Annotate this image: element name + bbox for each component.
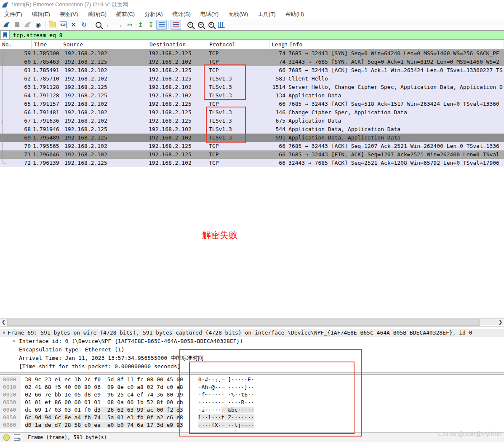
packet-list-hscrollbar[interactable]: ❮ ❯ <box>0 318 504 325</box>
hex-ascii: ·Ah·@··· ·····}·· <box>198 383 254 391</box>
packet-row-63[interactable]: 631.791128192.168.2.125192.168.2.102TLSv… <box>0 83 504 91</box>
packet-row-68[interactable]: 681.791946192.168.2.125192.168.2.102TLSv… <box>0 125 504 134</box>
menu-item-9[interactable]: 无线(W) <box>224 9 253 19</box>
go-first-icon[interactable]: ↥ <box>135 20 146 30</box>
expert-info-icon[interactable] <box>3 434 10 441</box>
packet-row-61[interactable]: 611.785491192.168.2.102192.168.2.125TCP6… <box>0 66 504 75</box>
hex-row-0040[interactable]: 0040dc 69 17 03 03 01 f0 d3 26 62 63 99 … <box>0 406 504 414</box>
column-header-lengt[interactable]: Lengt <box>269 40 287 49</box>
zoom-100-icon[interactable]: = <box>206 20 216 30</box>
zoom-in-icon[interactable]: + <box>185 20 195 30</box>
packet-row-72[interactable]: 721.796139192.168.2.125192.168.2.102TCP6… <box>0 159 504 167</box>
cell-dst: 192.168.2.125 <box>149 100 207 108</box>
twisty-icon[interactable]: > <box>13 337 16 346</box>
menu-item-1[interactable]: 文件(F) <box>0 9 28 19</box>
scroll-right-arrow-icon[interactable]: ❯ <box>497 319 504 325</box>
title-bar: *Intel(R) Ethernet Connection (7) I219-V… <box>0 0 504 9</box>
go-back-icon[interactable]: ← <box>104 20 114 30</box>
menu-item-6[interactable]: 分析(A) <box>140 9 168 19</box>
column-header-time[interactable]: Time <box>32 40 61 49</box>
detail-line-3[interactable]: Encapsulation type: Ethernet (1) <box>0 346 504 354</box>
cell-src: 192.168.2.125 <box>64 58 147 66</box>
status-field-text: Frame (frame), 591 byte(s) <box>28 434 107 440</box>
cell-time: 1.791128 <box>33 83 61 91</box>
open-file-icon[interactable] <box>47 20 58 30</box>
packet-row-67[interactable]: 671.791636192.168.2.102192.168.2.125TLSv… <box>0 117 504 125</box>
packet-row-62[interactable]: 621.785710192.168.2.102192.168.2.125TLSv… <box>0 75 504 83</box>
go-to-packet-icon[interactable]: ↦ <box>125 20 135 30</box>
hex-bytes: 01 01 ef 86 00 00 01 01 08 0a 00 1b 52 8… <box>25 399 183 406</box>
display-filter-input[interactable]: tcp.stream eq 8 <box>13 32 62 38</box>
hex-offset: 0030 <box>0 399 21 406</box>
hex-ascii: ····(X·· ··tj·=·· <box>198 421 254 429</box>
detail-line-2[interactable]: >Interface id: 0 (\Device\NPF_{1AF74E8E-… <box>0 337 504 346</box>
menu-item-11[interactable]: 帮助(H) <box>281 9 309 19</box>
start-capture-icon[interactable] <box>1 20 12 30</box>
display-filter-bar: tcp.stream eq 8 <box>0 30 504 40</box>
scrollbar-thumb[interactable] <box>7 319 480 326</box>
packet-row-59[interactable]: 591.785300192.168.2.102192.168.2.125TCP7… <box>0 49 504 58</box>
hex-bytes: 02 41 68 f5 40 00 80 06 09 8e c0 a8 02 7… <box>25 383 183 391</box>
hex-row-0050[interactable]: 00506c 9d 94 6c 8e a4 fb 74 5a 01 e3 fb … <box>0 414 504 421</box>
menu-item-7[interactable]: 统计(S) <box>168 9 196 19</box>
menu-item-3[interactable]: 视图(V) <box>56 9 83 19</box>
cell-src: 192.168.2.102 <box>64 150 147 159</box>
zoom-out-icon[interactable]: − <box>195 20 206 30</box>
hex-row-0010[interactable]: 001002 41 68 f5 40 00 80 06 09 8e c0 a8 … <box>0 383 504 391</box>
resize-columns-icon[interactable] <box>216 20 227 30</box>
column-header-destination[interactable]: Destination <box>147 40 207 49</box>
cell-src: 192.168.2.102 <box>64 66 147 75</box>
colorize-icon[interactable] <box>171 20 181 30</box>
menu-item-4[interactable]: 跳转(G) <box>83 9 112 19</box>
packet-row-69[interactable]: 691.795489192.168.2.125192.168.2.102TLSv… <box>0 134 504 142</box>
twisty-icon[interactable]: ∨ <box>3 329 5 337</box>
save-file-icon[interactable]: 010 <box>58 20 68 30</box>
cell-dst: 192.168.2.125 <box>149 150 207 159</box>
hex-ascii: ·i······ &bc····· <box>198 406 254 414</box>
packet-row-66[interactable]: 661.791481192.168.2.102192.168.2.125TLSv… <box>0 108 504 117</box>
hex-row-0060[interactable]: 0060d0 1a de d7 28 58 c0 ea e0 b0 74 6a … <box>0 421 504 429</box>
column-header-protocol[interactable]: Protocol <box>207 40 269 49</box>
go-last-icon[interactable]: ↧ <box>146 20 156 30</box>
menu-item-5[interactable]: 捕获(C) <box>112 9 140 19</box>
packet-row-64[interactable]: 641.791128192.168.2.125192.168.2.102TLSv… <box>0 91 504 100</box>
menu-item-10[interactable]: 工具(T) <box>253 9 281 19</box>
menu-item-8[interactable]: 电话(Y) <box>196 9 224 19</box>
hex-row-0000[interactable]: 000030 9c 23 e1 ec 3b 2c f0 5d 8f 11 fc … <box>0 376 504 383</box>
hex-row-0020[interactable]: 002002 66 7e bb 1e 05 d8 e9 96 25 c4 ef … <box>0 391 504 399</box>
hex-offset: 0040 <box>0 406 21 414</box>
reload-icon[interactable]: ↻ <box>79 20 89 30</box>
hex-ascii: ·f~····· ·%··t6·· <box>198 391 254 399</box>
cell-info: 32443 → 7685 [ACK] Seq=2521 Ack=1208 Win… <box>288 159 504 167</box>
restart-capture-icon[interactable] <box>22 20 33 30</box>
go-forward-icon[interactable]: → <box>114 20 125 30</box>
cell-len: 591 <box>261 134 285 142</box>
capture-comment-icon[interactable] <box>14 434 20 441</box>
packet-row-60[interactable]: 601.785463192.168.2.125192.168.2.102TCP7… <box>0 58 504 66</box>
hex-bytes: 02 66 7e bb 1e 05 d8 e9 96 25 c4 ef 74 3… <box>25 391 183 399</box>
hex-row-0030[interactable]: 003001 01 ef 86 00 00 01 01 08 0a 00 1b … <box>0 399 504 406</box>
packet-row-65[interactable]: 651.791157192.168.2.102192.168.2.125TCP6… <box>0 100 504 108</box>
cell-time: 1.791481 <box>33 108 61 117</box>
find-packet-icon[interactable] <box>93 20 104 30</box>
packet-row-71[interactable]: 711.796046192.168.2.102192.168.2.125TCP6… <box>0 150 504 159</box>
menu-item-2[interactable]: 编辑(E) <box>28 9 56 19</box>
hex-bytes: dc 69 17 03 03 01 f0 d3 26 62 63 99 ac 0… <box>25 406 183 414</box>
filter-bookmark-button[interactable] <box>0 31 10 39</box>
close-file-icon[interactable]: ✕ <box>68 20 79 30</box>
stop-capture-icon[interactable] <box>12 20 22 30</box>
column-header-source[interactable]: Source <box>61 40 147 49</box>
column-header-info[interactable]: Info <box>287 40 504 49</box>
scroll-left-arrow-icon[interactable]: ❮ <box>0 319 7 325</box>
cell-dst: 192.168.2.102 <box>149 125 207 134</box>
detail-line-4[interactable]: Arrival Time: Jan 11, 2023 13:57:34.9565… <box>0 354 504 362</box>
detail-line-5[interactable]: [Time shift for this packet: 0.000000000… <box>0 362 504 371</box>
column-header-no[interactable]: No. <box>0 40 32 49</box>
detail-line-1[interactable]: ∨Frame 69: 591 bytes on wire (4728 bits)… <box>0 329 504 337</box>
packet-list-header[interactable]: No.TimeSourceDestinationProtocolLengtInf… <box>0 40 504 49</box>
autoscroll-icon[interactable] <box>156 20 167 30</box>
capture-options-icon[interactable]: ◉ <box>33 20 43 30</box>
detail-text: Frame 69: 591 bytes on wire (4728 bits),… <box>8 329 472 337</box>
cell-len: 146 <box>261 108 285 117</box>
packet-row-70[interactable]: 701.795565192.168.2.102192.168.2.125TCP6… <box>0 142 504 150</box>
